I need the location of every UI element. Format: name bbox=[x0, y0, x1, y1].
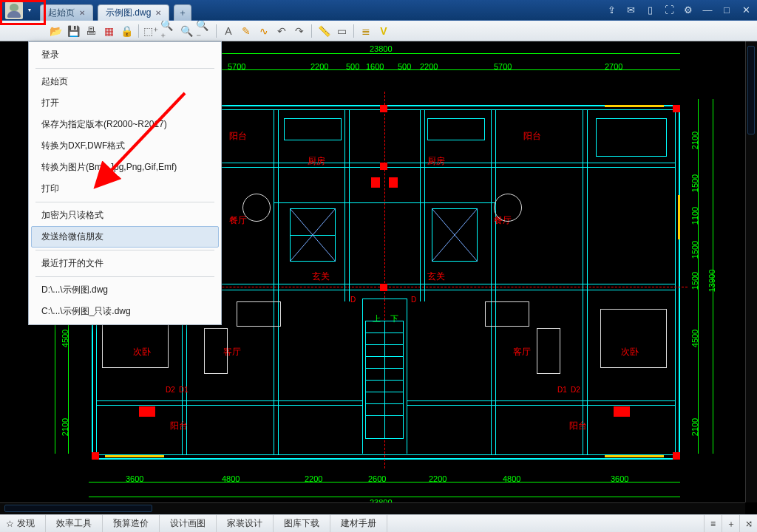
user-menu: 登录 起始页 打开 保存为指定版本(R2000~R2017) 转换为DXF,DW… bbox=[28, 41, 222, 325]
dim-label: 1600 bbox=[366, 62, 384, 71]
pdf-icon[interactable]: ▦ bbox=[101, 23, 117, 39]
close-icon[interactable]: ✕ bbox=[79, 9, 85, 17]
menu-recent-files[interactable]: 最近打开的文件 bbox=[31, 253, 219, 274]
dim-label: 4800 bbox=[503, 474, 520, 483]
dim-label: 1100 bbox=[690, 207, 699, 225]
statusbar: ☆ 发现 效率工具 预算造价 设计画图 家装设计 图库下载 建材手册 ≡ ＋ ⤭ bbox=[0, 514, 757, 532]
status-home[interactable]: 家装设计 bbox=[217, 515, 274, 532]
dim-label: 2200 bbox=[305, 474, 322, 483]
maximize-button[interactable]: □ bbox=[720, 3, 733, 16]
room-label: 阳台 bbox=[523, 130, 541, 143]
area-icon[interactable]: ▭ bbox=[333, 23, 350, 39]
highlight-icon[interactable]: ∿ bbox=[256, 23, 272, 39]
status-design[interactable]: 设计画图 bbox=[160, 515, 217, 532]
room-label: 厨房 bbox=[427, 155, 445, 168]
titlebar: ▾ 起始页 ✕ 示例图.dwg ✕ ＋ ⇪ ✉ ▯ ⛶ ⚙ — □ ✕ bbox=[0, 0, 757, 21]
tab-add[interactable]: ＋ bbox=[174, 4, 191, 21]
status-budget[interactable]: 预算造价 bbox=[103, 515, 160, 532]
measure-icon[interactable]: 📏 bbox=[316, 23, 332, 39]
dim-label: 3600 bbox=[126, 474, 143, 483]
print-icon[interactable]: 🖶 bbox=[83, 23, 99, 39]
room-label: 阳台 bbox=[170, 420, 188, 432]
menu-send-wechat[interactable]: 发送给微信朋友 bbox=[31, 226, 219, 248]
status-efficiency[interactable]: 效率工具 bbox=[46, 515, 103, 532]
dim-label: 2200 bbox=[420, 62, 438, 71]
star-icon: ☆ bbox=[6, 519, 14, 529]
dim-label: 2200 bbox=[310, 62, 328, 71]
lock-icon[interactable]: 🔒 bbox=[118, 23, 135, 39]
window-buttons: ⇪ ✉ ▯ ⛶ ⚙ — □ ✕ bbox=[605, 3, 753, 16]
dim-label: 2100 bbox=[61, 418, 69, 436]
zoom-window-icon[interactable]: ⬚⁺ bbox=[143, 23, 159, 39]
settings-icon[interactable]: ⚙ bbox=[682, 3, 695, 16]
menu-convert-image[interactable]: 转换为图片(Bmp,Jpg,Png,Gif,Emf) bbox=[31, 157, 219, 178]
tab-label: 示例图.dwg bbox=[106, 7, 151, 19]
tab-label: 起始页 bbox=[48, 7, 75, 19]
minimize-button[interactable]: — bbox=[701, 3, 714, 16]
dim-label: 2700 bbox=[605, 62, 622, 71]
open-icon[interactable]: 📂 bbox=[47, 23, 64, 39]
close-icon[interactable]: ✕ bbox=[155, 9, 161, 17]
pencil-icon[interactable]: ✎ bbox=[238, 23, 254, 39]
dim-label: 2100 bbox=[690, 418, 699, 436]
menu-encrypt-readonly[interactable]: 加密为只读格式 bbox=[31, 205, 219, 226]
zoom-fit-icon[interactable]: 🔍 bbox=[178, 23, 194, 39]
dim-label: 1500 bbox=[690, 241, 699, 259]
menu-recent-2[interactable]: C:\...\示例图_只读.dwg bbox=[31, 301, 219, 322]
layers-icon[interactable]: ≣ bbox=[358, 23, 374, 39]
zoom-in-icon[interactable]: 🔍⁺ bbox=[160, 23, 177, 39]
status-manual[interactable]: 建材手册 bbox=[330, 515, 387, 532]
door-label: D bbox=[350, 296, 356, 304]
close-button[interactable]: ✕ bbox=[739, 3, 753, 16]
menu-icon[interactable]: ≡ bbox=[704, 515, 722, 532]
zoom-out-icon[interactable]: 🔍⁻ bbox=[196, 23, 212, 39]
horizontal-scrollbar[interactable] bbox=[0, 502, 745, 514]
door-label: D2 bbox=[571, 386, 580, 394]
dim-label: 1500 bbox=[690, 272, 699, 290]
dim-label: 23800 bbox=[370, 44, 393, 53]
menu-recent-1[interactable]: D:\...\示例图.dwg bbox=[31, 279, 219, 301]
tab-start-page[interactable]: 起始页 ✕ bbox=[40, 4, 93, 21]
vip-icon[interactable]: V bbox=[376, 23, 392, 39]
door-label: D1 bbox=[179, 386, 189, 394]
dim-label: 13900 bbox=[707, 270, 716, 293]
tab-drawing[interactable]: 示例图.dwg ✕ bbox=[98, 4, 169, 21]
fullscreen-icon[interactable]: ⛶ bbox=[662, 3, 676, 16]
menu-convert-dxf[interactable]: 转换为DXF,DWF格式 bbox=[31, 135, 219, 157]
avatar-dropdown-arrow[interactable]: ▾ bbox=[28, 7, 35, 13]
menu-login[interactable]: 登录 bbox=[31, 44, 219, 66]
swap-icon[interactable]: ⤭ bbox=[739, 515, 757, 532]
dim-label: 2100 bbox=[690, 132, 699, 149]
toolbar: 📂 💾 🖶 ▦ 🔒 ⬚⁺ 🔍⁺ 🔍 🔍⁻ A ✎ ∿ ↶ ↷ 📏 ▭ ≣ V bbox=[0, 21, 757, 41]
user-avatar[interactable] bbox=[0, 0, 28, 21]
room-label: 阳台 bbox=[229, 130, 247, 143]
dim-label: 4800 bbox=[222, 474, 240, 483]
status-gallery[interactable]: 图库下载 bbox=[274, 515, 330, 532]
menu-open[interactable]: 打开 bbox=[31, 92, 219, 114]
redo-icon[interactable]: ↷ bbox=[291, 23, 308, 39]
dim-label: 3600 bbox=[611, 474, 628, 483]
door-label: D bbox=[411, 296, 416, 304]
menu-save-as-version[interactable]: 保存为指定版本(R2000~R2017) bbox=[31, 114, 219, 135]
status-discover[interactable]: ☆ 发现 bbox=[0, 515, 46, 532]
menu-start-page[interactable]: 起始页 bbox=[31, 71, 219, 92]
room-label: 阳台 bbox=[569, 420, 587, 432]
dim-label: 4500 bbox=[690, 330, 699, 347]
phone-icon[interactable]: ▯ bbox=[643, 3, 656, 16]
save-icon[interactable]: 💾 bbox=[65, 23, 81, 39]
menu-print[interactable]: 打印 bbox=[31, 178, 219, 200]
room-label: 餐厅 bbox=[229, 214, 247, 227]
room-label: 玄关 bbox=[312, 270, 330, 283]
room-label: 客厅 bbox=[513, 346, 531, 358]
dim-label: 500 bbox=[346, 62, 359, 71]
dim-label: 4500 bbox=[61, 330, 69, 347]
share-icon[interactable]: ⇪ bbox=[605, 3, 618, 16]
undo-icon[interactable]: ↶ bbox=[274, 23, 290, 39]
room-label: 玄关 bbox=[427, 270, 445, 283]
dim-label: 5700 bbox=[228, 62, 245, 71]
door-label: D2 bbox=[166, 386, 175, 394]
vertical-scrollbar[interactable] bbox=[745, 41, 757, 502]
add-icon[interactable]: ＋ bbox=[722, 515, 739, 532]
text-icon[interactable]: A bbox=[220, 23, 237, 39]
wechat-icon[interactable]: ✉ bbox=[624, 3, 637, 16]
